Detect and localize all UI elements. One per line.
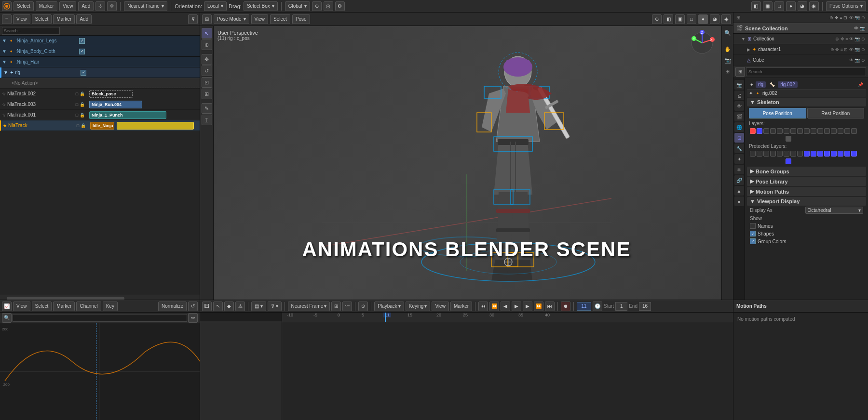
player-10[interactable] <box>811 151 816 157</box>
track-group-hair-content[interactable] <box>87 57 200 67</box>
prop-output-icon[interactable]: 🖨 <box>734 91 744 100</box>
body-checkbox[interactable]: ✓ <box>79 49 85 54</box>
player-special[interactable] <box>786 158 791 164</box>
display-as-dropdown[interactable]: Octahedral ▾ <box>805 207 864 214</box>
player-12[interactable] <box>824 151 830 157</box>
layer-11[interactable] <box>817 128 823 134</box>
bone-groups-header[interactable]: ▶ Bone Groups <box>747 167 866 176</box>
motion-paths-header[interactable]: ▶ Motion Paths <box>747 187 866 196</box>
layer-16[interactable] <box>851 128 857 134</box>
nla-filter-icon[interactable]: ⊽ <box>188 14 198 24</box>
layer-3[interactable] <box>763 128 769 134</box>
strip-idle-ninja-left[interactable]: Idle_Ninja <box>90 122 114 130</box>
select-menu[interactable]: Select <box>14 1 34 11</box>
layer-7[interactable] <box>790 128 796 134</box>
fcurve-key[interactable]: Key <box>103 302 118 311</box>
material-icon[interactable]: ◕ <box>798 1 807 11</box>
strip-block-pose[interactable]: Block_pose <box>89 90 133 98</box>
track-003-content[interactable]: Ninja_Run.004 <box>87 99 200 109</box>
cube-row[interactable]: △ Cube 👁 📷 ⊙ <box>733 55 868 66</box>
strip-ninja-punch[interactable]: Ninja_1_Punch <box>89 111 166 119</box>
anim-wave-icon[interactable]: 〰 <box>342 302 352 311</box>
layer-13[interactable] <box>831 128 837 134</box>
global-btn[interactable]: Global ▾ <box>285 1 310 11</box>
prop-data-icon[interactable]: ▲ <box>734 186 744 196</box>
layer-10[interactable] <box>811 128 816 134</box>
prop-material-icon[interactable]: ● <box>734 197 744 206</box>
start-frame-input[interactable] <box>615 302 627 311</box>
viewport-gizmo-icon[interactable]: ⊙ <box>652 14 662 24</box>
player-16[interactable] <box>851 151 857 157</box>
layer-4[interactable] <box>770 128 776 134</box>
track-group-body-content[interactable] <box>87 46 200 56</box>
prop-scene-icon[interactable]: 🎬 <box>734 112 744 121</box>
viewport-xray-icon[interactable]: ▣ <box>675 14 685 24</box>
armor-checkbox[interactable]: ✓ <box>79 38 85 44</box>
viewport-shading-mat[interactable]: ◕ <box>710 14 719 24</box>
prop-world-icon[interactable]: 🌐 <box>734 122 744 132</box>
skip-end-icon[interactable]: ⏭ <box>545 302 555 311</box>
xray-icon[interactable]: ▣ <box>763 1 773 11</box>
orientation-dropdown[interactable]: Local ▾ <box>204 1 227 11</box>
fcurve-channel[interactable]: Channel <box>76 302 101 311</box>
player-5[interactable] <box>777 151 783 157</box>
current-frame-input[interactable] <box>577 302 591 311</box>
group-colors-checkbox[interactable]: ✓ <box>750 238 756 244</box>
player-3[interactable] <box>763 151 769 157</box>
anim-clock-icon[interactable]: 🕐 <box>593 302 602 311</box>
nearest-frame-bottom-btn[interactable]: Nearest Frame ▾ <box>288 302 330 311</box>
prop-render-icon[interactable]: 📷 <box>734 80 744 90</box>
anim-track-search-input[interactable] <box>200 313 282 321</box>
viewport-icon[interactable]: ⊞ <box>202 14 212 24</box>
track-group-rig[interactable]: ▼ ✦ rig ✓ <box>0 67 200 78</box>
overlay-icon[interactable]: ◧ <box>751 1 761 11</box>
track-001-content[interactable]: Ninja_1_Punch <box>87 110 200 120</box>
player-13[interactable] <box>831 151 837 157</box>
nla-view-menu[interactable]: View <box>13 14 30 24</box>
fcurve-content[interactable]: 200 -200 <box>0 323 200 420</box>
nla-add-menu[interactable]: Add <box>76 14 92 24</box>
proportional-icon[interactable]: ◎ <box>324 1 333 11</box>
anim-filter-btn[interactable]: ⊽ ▾ <box>268 302 282 311</box>
track-group-armor-content[interactable] <box>87 36 200 46</box>
prop-constraints-icon[interactable]: 🔗 <box>734 175 744 185</box>
fcurve-icon[interactable]: 📈 <box>2 302 12 311</box>
grab-icon[interactable]: ✥ <box>107 1 117 11</box>
marker-menu[interactable]: Marker <box>36 1 57 11</box>
layer-12[interactable] <box>824 128 830 134</box>
wireframe-icon[interactable]: □ <box>774 1 784 11</box>
viewport-pose-menu[interactable]: Pose <box>292 14 310 24</box>
snap-icon[interactable]: ⊙ <box>312 1 322 11</box>
anim-timeline[interactable]: -10 -5 0 5 11 15 20 25 30 35 40 <box>282 313 733 420</box>
skeleton-header[interactable]: ▼ Skeleton <box>747 98 866 106</box>
layer-8[interactable] <box>797 128 803 134</box>
layer-1[interactable] <box>750 128 756 134</box>
nearest-frame-btn[interactable]: Nearest Frame ▾ <box>124 1 167 11</box>
track-002-content[interactable]: Block_pose <box>87 89 200 99</box>
props-search[interactable] <box>746 67 866 76</box>
layer-2[interactable] <box>757 128 762 134</box>
anim-snap-icon[interactable]: ⊙ <box>358 302 368 311</box>
fcurve-sync-icon[interactable]: ⇔ <box>188 313 198 323</box>
player-9[interactable] <box>804 151 810 157</box>
viewport-shading-wire[interactable]: □ <box>687 14 696 24</box>
view-menu[interactable]: View <box>59 1 77 11</box>
anim-select-icon[interactable]: ↖ <box>213 302 223 311</box>
player-14[interactable] <box>838 151 843 157</box>
layer-15[interactable] <box>844 128 850 134</box>
layer-9[interactable] <box>804 128 810 134</box>
transform-icon[interactable]: ⊹ <box>95 1 105 11</box>
anim-extra-icon[interactable]: ⊞ <box>331 302 341 311</box>
normalize-btn[interactable]: Normalize <box>158 302 187 311</box>
prev-key-icon[interactable]: ◀ <box>501 302 510 311</box>
anim-view-btn[interactable]: View <box>432 302 449 311</box>
viewport-display-header[interactable]: ▼ Viewport Display <box>747 197 866 206</box>
settings-icon[interactable]: ⚙ <box>335 1 345 11</box>
drag-dropdown[interactable]: Select Box ▾ <box>244 1 278 11</box>
blender-icon[interactable] <box>2 1 12 11</box>
prop-object-icon[interactable]: ⊡ <box>734 133 744 143</box>
strip-ninja-run[interactable]: Ninja_Run.004 <box>89 101 142 108</box>
fcurve-select[interactable]: Select <box>32 302 52 311</box>
viewport-overlay-icon[interactable]: ◧ <box>664 14 673 24</box>
layer-5[interactable] <box>777 128 783 134</box>
